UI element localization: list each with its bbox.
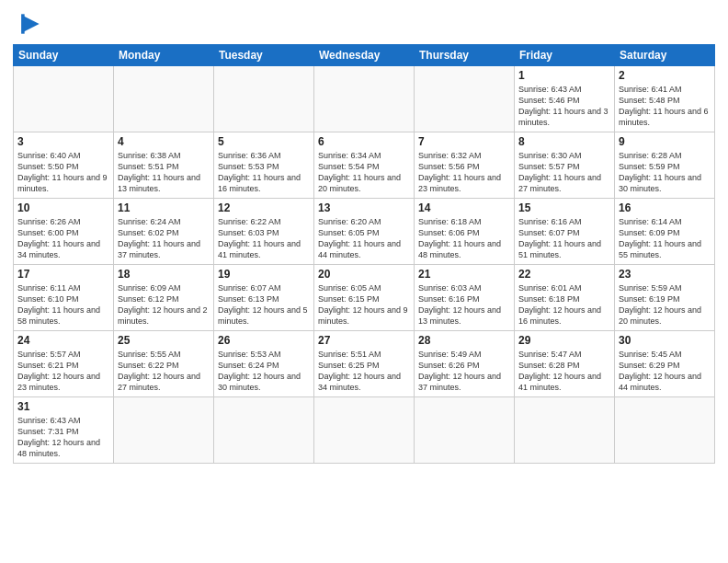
- day-number: 12: [218, 201, 310, 214]
- calendar-cell: 23Sunrise: 5:59 AM Sunset: 6:19 PM Dayli…: [615, 265, 715, 331]
- day-number: 14: [418, 201, 510, 214]
- calendar-cell: 21Sunrise: 6:03 AM Sunset: 6:16 PM Dayli…: [415, 265, 515, 331]
- calendar-cell: 16Sunrise: 6:14 AM Sunset: 6:09 PM Dayli…: [615, 199, 715, 265]
- day-number: 16: [619, 201, 711, 214]
- day-info: Sunrise: 6:30 AM Sunset: 5:57 PM Dayligh…: [518, 150, 610, 195]
- day-number: 3: [17, 135, 109, 148]
- day-number: 25: [118, 334, 210, 347]
- svg-marker-0: [23, 16, 40, 32]
- calendar-cell: 10Sunrise: 6:26 AM Sunset: 6:00 PM Dayli…: [14, 199, 114, 265]
- day-number: 30: [619, 334, 711, 347]
- calendar-header-row: SundayMondayTuesdayWednesdayThursdayFrid…: [14, 45, 715, 66]
- col-header-wednesday: Wednesday: [314, 45, 415, 66]
- day-number: 20: [318, 268, 410, 281]
- day-number: 10: [17, 201, 109, 214]
- calendar-cell: [214, 66, 314, 132]
- day-number: 15: [518, 201, 610, 214]
- day-info: Sunrise: 6:34 AM Sunset: 5:54 PM Dayligh…: [318, 150, 410, 195]
- day-number: 6: [318, 135, 410, 148]
- calendar-cell: 5Sunrise: 6:36 AM Sunset: 5:53 PM Daylig…: [214, 132, 314, 199]
- calendar-cell: 15Sunrise: 6:16 AM Sunset: 6:07 PM Dayli…: [515, 199, 615, 265]
- calendar-cell: 31Sunrise: 6:43 AM Sunset: 7:31 PM Dayli…: [14, 397, 114, 464]
- calendar-cell: 4Sunrise: 6:38 AM Sunset: 5:51 PM Daylig…: [114, 132, 214, 199]
- day-info: Sunrise: 6:43 AM Sunset: 7:31 PM Dayligh…: [17, 415, 109, 460]
- col-header-saturday: Saturday: [615, 45, 715, 66]
- day-info: Sunrise: 5:51 AM Sunset: 6:25 PM Dayligh…: [318, 349, 410, 394]
- calendar-week-0: 1Sunrise: 6:43 AM Sunset: 5:46 PM Daylig…: [14, 66, 715, 132]
- calendar-week-2: 10Sunrise: 6:26 AM Sunset: 6:00 PM Dayli…: [14, 199, 715, 265]
- calendar-cell: 9Sunrise: 6:28 AM Sunset: 5:59 PM Daylig…: [615, 132, 715, 199]
- day-number: 18: [118, 268, 210, 281]
- day-info: Sunrise: 6:22 AM Sunset: 6:03 PM Dayligh…: [218, 216, 310, 261]
- col-header-tuesday: Tuesday: [214, 45, 314, 66]
- calendar-cell: [14, 66, 114, 132]
- calendar-cell: 19Sunrise: 6:07 AM Sunset: 6:13 PM Dayli…: [214, 265, 314, 331]
- calendar-cell: 18Sunrise: 6:09 AM Sunset: 6:12 PM Dayli…: [114, 265, 214, 331]
- calendar-cell: 3Sunrise: 6:40 AM Sunset: 5:50 PM Daylig…: [14, 132, 114, 199]
- day-info: Sunrise: 6:41 AM Sunset: 5:48 PM Dayligh…: [619, 84, 711, 129]
- calendar-cell: 24Sunrise: 5:57 AM Sunset: 6:21 PM Dayli…: [14, 331, 114, 397]
- calendar-cell: 11Sunrise: 6:24 AM Sunset: 6:02 PM Dayli…: [114, 199, 214, 265]
- day-info: Sunrise: 5:47 AM Sunset: 6:28 PM Dayligh…: [518, 349, 610, 394]
- calendar-cell: 22Sunrise: 6:01 AM Sunset: 6:18 PM Dayli…: [515, 265, 615, 331]
- logo: [13, 9, 44, 39]
- day-info: Sunrise: 5:55 AM Sunset: 6:22 PM Dayligh…: [118, 349, 210, 394]
- page: SundayMondayTuesdayWednesdayThursdayFrid…: [0, 0, 728, 563]
- calendar-cell: 20Sunrise: 6:05 AM Sunset: 6:15 PM Dayli…: [314, 265, 415, 331]
- day-info: Sunrise: 6:18 AM Sunset: 6:06 PM Dayligh…: [418, 216, 510, 261]
- day-info: Sunrise: 6:28 AM Sunset: 5:59 PM Dayligh…: [619, 150, 711, 195]
- calendar: SundayMondayTuesdayWednesdayThursdayFrid…: [13, 44, 715, 464]
- calendar-cell: 6Sunrise: 6:34 AM Sunset: 5:54 PM Daylig…: [314, 132, 415, 199]
- day-info: Sunrise: 6:26 AM Sunset: 6:00 PM Dayligh…: [17, 216, 109, 261]
- calendar-cell: 7Sunrise: 6:32 AM Sunset: 5:56 PM Daylig…: [415, 132, 515, 199]
- calendar-cell: 29Sunrise: 5:47 AM Sunset: 6:28 PM Dayli…: [515, 331, 615, 397]
- day-number: 26: [218, 334, 310, 347]
- day-info: Sunrise: 6:24 AM Sunset: 6:02 PM Dayligh…: [118, 216, 210, 261]
- calendar-cell: [214, 397, 314, 464]
- day-info: Sunrise: 6:43 AM Sunset: 5:46 PM Dayligh…: [518, 84, 610, 129]
- day-info: Sunrise: 5:53 AM Sunset: 6:24 PM Dayligh…: [218, 349, 310, 394]
- calendar-cell: 13Sunrise: 6:20 AM Sunset: 6:05 PM Dayli…: [314, 199, 415, 265]
- day-number: 4: [118, 135, 210, 148]
- day-info: Sunrise: 6:32 AM Sunset: 5:56 PM Dayligh…: [418, 150, 510, 195]
- day-info: Sunrise: 6:03 AM Sunset: 6:16 PM Dayligh…: [418, 282, 510, 327]
- calendar-cell: 17Sunrise: 6:11 AM Sunset: 6:10 PM Dayli…: [14, 265, 114, 331]
- col-header-sunday: Sunday: [14, 45, 114, 66]
- calendar-week-3: 17Sunrise: 6:11 AM Sunset: 6:10 PM Dayli…: [14, 265, 715, 331]
- calendar-cell: [314, 397, 415, 464]
- day-number: 22: [518, 268, 610, 281]
- calendar-cell: [415, 66, 515, 132]
- day-info: Sunrise: 6:40 AM Sunset: 5:50 PM Dayligh…: [17, 150, 109, 195]
- calendar-week-1: 3Sunrise: 6:40 AM Sunset: 5:50 PM Daylig…: [14, 132, 715, 199]
- day-number: 7: [418, 135, 510, 148]
- day-info: Sunrise: 5:49 AM Sunset: 6:26 PM Dayligh…: [418, 349, 510, 394]
- day-info: Sunrise: 6:07 AM Sunset: 6:13 PM Dayligh…: [218, 282, 310, 327]
- day-number: 11: [118, 201, 210, 214]
- calendar-cell: [615, 397, 715, 464]
- day-number: 29: [518, 334, 610, 347]
- day-number: 19: [218, 268, 310, 281]
- calendar-cell: 1Sunrise: 6:43 AM Sunset: 5:46 PM Daylig…: [515, 66, 615, 132]
- day-number: 23: [619, 268, 711, 281]
- calendar-cell: [415, 397, 515, 464]
- calendar-cell: 14Sunrise: 6:18 AM Sunset: 6:06 PM Dayli…: [415, 199, 515, 265]
- day-info: Sunrise: 6:11 AM Sunset: 6:10 PM Dayligh…: [17, 282, 109, 327]
- day-info: Sunrise: 6:01 AM Sunset: 6:18 PM Dayligh…: [518, 282, 610, 327]
- day-number: 17: [17, 268, 109, 281]
- day-info: Sunrise: 6:20 AM Sunset: 6:05 PM Dayligh…: [318, 216, 410, 261]
- day-info: Sunrise: 5:57 AM Sunset: 6:21 PM Dayligh…: [17, 349, 109, 394]
- day-number: 27: [318, 334, 410, 347]
- calendar-cell: 2Sunrise: 6:41 AM Sunset: 5:48 PM Daylig…: [615, 66, 715, 132]
- day-number: 2: [619, 69, 711, 82]
- calendar-cell: 26Sunrise: 5:53 AM Sunset: 6:24 PM Dayli…: [214, 331, 314, 397]
- day-number: 21: [418, 268, 510, 281]
- calendar-cell: 28Sunrise: 5:49 AM Sunset: 6:26 PM Dayli…: [415, 331, 515, 397]
- day-info: Sunrise: 5:59 AM Sunset: 6:19 PM Dayligh…: [619, 282, 711, 327]
- logo-icon: [15, 9, 44, 39]
- header: [13, 9, 715, 39]
- calendar-cell: [314, 66, 415, 132]
- calendar-cell: 8Sunrise: 6:30 AM Sunset: 5:57 PM Daylig…: [515, 132, 615, 199]
- day-info: Sunrise: 5:45 AM Sunset: 6:29 PM Dayligh…: [619, 349, 711, 394]
- col-header-thursday: Thursday: [415, 45, 515, 66]
- day-info: Sunrise: 6:38 AM Sunset: 5:51 PM Dayligh…: [118, 150, 210, 195]
